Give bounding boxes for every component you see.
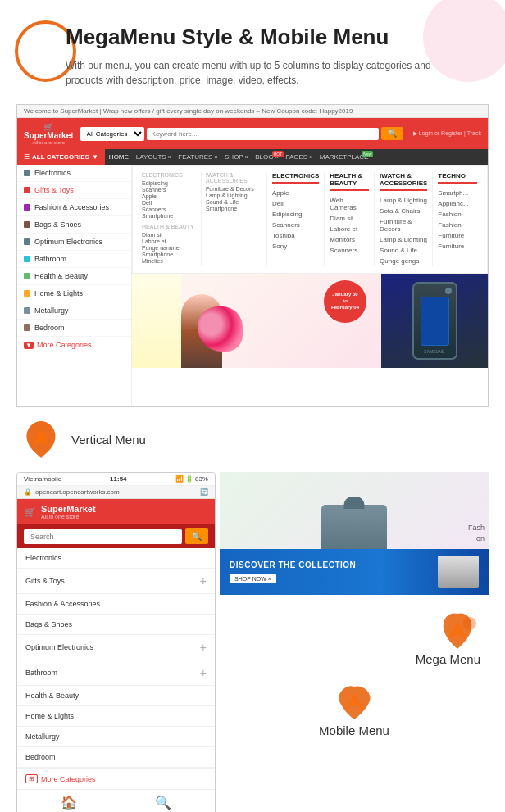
supermarket-screenshot: Welcome to SuperMarket | Wrap new offers… xyxy=(16,104,489,407)
bedroom-icon xyxy=(24,324,30,331)
mega-subheader-health: HEALTH & BEAUTY xyxy=(142,224,197,229)
mega-electronics-apple[interactable]: Apple xyxy=(272,188,319,198)
mega-iwatch-header: IWATCH &ACCESSORIES xyxy=(380,172,427,191)
reload-icon[interactable]: 🔄 xyxy=(200,488,208,496)
nav-home[interactable]: HOME xyxy=(105,149,133,165)
mega-item-punge[interactable]: Punge nanune xyxy=(142,245,197,251)
sidebar-item-electronics[interactable]: Electronics xyxy=(17,165,131,182)
sidebar-item-metallurgy[interactable]: Metallurgy xyxy=(17,302,131,320)
mega-col1-item2[interactable]: Lamp & Lighting xyxy=(206,193,262,198)
mobile-status-bar: Vietnamobile 11:54 📶 🔋 83% xyxy=(17,473,215,486)
shop-now-btn[interactable]: SHOP NOW » xyxy=(230,574,276,583)
mobile-more-categories[interactable]: ⊞ More Categories xyxy=(17,768,215,789)
sidebar-item-health[interactable]: Health & Beauty xyxy=(17,268,131,285)
sm-header: 🛒 SuperMarket All in one store All Categ… xyxy=(17,118,488,149)
mega-item-diam0[interactable]: Diam sit xyxy=(142,232,197,238)
vertical-menu-label: Vertical Menu xyxy=(71,433,146,447)
mega-electronics-sony[interactable]: Sony xyxy=(272,241,319,252)
sidebar-item-optimum[interactable]: Optimum Electronics xyxy=(17,234,131,251)
sidebar-item-fashion[interactable]: Fashion & Accessories xyxy=(17,199,131,216)
more-categories-btn[interactable]: ▼ More Categories xyxy=(17,337,131,353)
mega-health-monitors[interactable]: Monitors xyxy=(330,234,369,245)
mega-iwatch-sofa[interactable]: Sofa & Chairs xyxy=(380,206,427,216)
sidebar-item-bedroom[interactable]: Bedroom xyxy=(17,320,131,337)
mobile-url-bar[interactable]: 🔒 opencart.opencartworks.com 🔄 xyxy=(17,486,215,499)
mega-techno-appliance[interactable]: Applianc... xyxy=(438,198,477,209)
optimum-icon xyxy=(24,238,30,245)
mega-electronics-dell[interactable]: Dell xyxy=(272,198,319,209)
nav-layouts[interactable]: LAYOUTS » xyxy=(133,149,175,165)
category-select[interactable]: All Categories xyxy=(80,127,144,141)
sidebar-item-bathroom[interactable]: Bathroom xyxy=(17,251,131,268)
mega-health-scanners[interactable]: Scanners xyxy=(330,245,369,256)
mega-electronics-toshiba[interactable]: Toshiba xyxy=(272,230,319,241)
mobile-item-bedroom[interactable]: Bedroom xyxy=(17,747,215,768)
mega-col1-item3[interactable]: Sound & Life xyxy=(206,199,262,205)
nav-pages[interactable]: PAGES » xyxy=(282,149,316,165)
mega-col1-item1[interactable]: Furniture & Decors xyxy=(206,186,262,192)
mega-health-webcams[interactable]: Web Cameras xyxy=(330,195,369,213)
mega-item-labore0[interactable]: Labore et xyxy=(142,238,197,244)
mega-item-edipiscing[interactable]: Edipiscing xyxy=(142,180,197,186)
lock-icon: 🔒 xyxy=(24,488,32,496)
mega-techno-header: TECHNO xyxy=(438,172,477,184)
mobile-item-metallurgy[interactable]: Metallurgy xyxy=(17,727,215,747)
home-nav-icon[interactable]: 🏠 xyxy=(61,795,77,810)
mobile-item-fashion[interactable]: Fashion & Accessories xyxy=(17,594,215,615)
sidebar-item-bags[interactable]: Bags & Shoes xyxy=(17,216,131,234)
mobile-search-button[interactable]: 🔍 xyxy=(185,528,208,544)
mega-item-smartphone2[interactable]: Smartphone xyxy=(142,252,197,257)
mega-item-apple0[interactable]: Apple xyxy=(142,193,197,199)
mega-iwatch-sound[interactable]: Sound & Life xyxy=(380,245,427,256)
mobile-search-input[interactable] xyxy=(24,529,182,544)
mega-health-labore[interactable]: Labore et xyxy=(330,224,369,234)
nav-shop[interactable]: SHOP » xyxy=(221,149,252,165)
phone-camera-dot xyxy=(445,288,452,294)
search-input[interactable] xyxy=(147,128,379,140)
sidebar-item-gifts[interactable]: Gifts & Toys xyxy=(17,182,131,199)
mobile-item-bathroom[interactable]: Bathroom + xyxy=(17,660,215,686)
search-nav-icon[interactable]: 🔍 xyxy=(155,795,171,810)
mega-health-diam[interactable]: Diam sit xyxy=(330,213,369,224)
mega-iwatch-lamp1[interactable]: Lamp & Lighting xyxy=(380,195,427,206)
mega-electronics-scanners[interactable]: Scanners xyxy=(272,220,319,230)
mobile-item-health[interactable]: Health & Beauty xyxy=(17,686,215,706)
mega-techno-fashion1[interactable]: Fashion xyxy=(438,209,477,220)
all-categories-btn[interactable]: ☰ ALL CATEGORIES ▼ xyxy=(17,149,105,165)
mega-iwatch-col: IWATCH &ACCESSORIES Lamp & Lighting Sofa… xyxy=(375,172,433,266)
mega-item-smartphone[interactable]: Smartphone xyxy=(142,213,197,219)
mega-col1-item4[interactable]: Smartphone xyxy=(206,206,262,211)
nav-marketplace[interactable]: MARKETPLACENew xyxy=(316,149,372,165)
mega-menu-full: ELECTRONICS Apple Dell Edipiscing Scanne… xyxy=(267,172,482,266)
mega-techno-fashion2[interactable]: Fashion xyxy=(438,220,477,230)
mega-iwatch-qunge[interactable]: Qunge genga xyxy=(380,256,427,266)
search-button[interactable]: 🔍 xyxy=(381,127,403,140)
mobile-item-optimum[interactable]: Optimum Electronics + xyxy=(17,635,215,660)
mega-techno-furniture2[interactable]: Furniture xyxy=(438,241,477,252)
mega-techno-smartphone[interactable]: Smartph... xyxy=(438,188,477,198)
mega-iwatch-furniture1[interactable]: Furniture & Decors xyxy=(380,216,427,234)
mega-item-scanners2[interactable]: Scanners xyxy=(142,206,197,212)
mega-techno-furniture1[interactable]: Furniture xyxy=(438,230,477,241)
mega-item-scanners1[interactable]: Scanners xyxy=(142,187,197,193)
sm-sidebar: Electronics Gifts & Toys Fashion & Acces… xyxy=(17,165,132,406)
mega-health-col: HEALTH & BEAUTY Web Cameras Diam sit Lab… xyxy=(325,172,375,266)
promo-images-area: Fash on DISCOVER THE COLLECTION SHOP NOW… xyxy=(220,472,489,595)
mega-electronics-edipiscing[interactable]: Edipiscing xyxy=(272,209,319,220)
mega-item-dell0[interactable]: Dell xyxy=(142,200,197,206)
discover-product-img xyxy=(438,556,479,588)
mobile-item-home[interactable]: Home & Lights xyxy=(17,706,215,727)
sm-right-area: ELECTRONICS Edipiscing Scanners Apple De… xyxy=(132,165,488,406)
mega-item-minelies[interactable]: Minelies xyxy=(142,258,197,264)
sidebar-item-home[interactable]: Home & Lights xyxy=(17,285,131,302)
style-banner: Fash on DISCOVER THE COLLECTION SHOP NOW… xyxy=(220,472,489,595)
mobile-item-gifts[interactable]: Gifts & Toys + xyxy=(17,569,215,594)
mobile-logo-text: SuperMarket All in one store xyxy=(41,504,96,519)
mobile-item-bags[interactable]: Bags & Shoes xyxy=(17,615,215,635)
mobile-item-electronics[interactable]: Electronics xyxy=(17,548,215,569)
nav-features[interactable]: FEATURES » xyxy=(175,149,221,165)
mega-menu-label: Mega Menu xyxy=(416,652,480,666)
nav-blog[interactable]: BLOG »HOT xyxy=(252,149,282,165)
mega-iwatch-lamp2[interactable]: Lamp & Lighting xyxy=(380,234,427,245)
health-icon xyxy=(24,273,30,279)
